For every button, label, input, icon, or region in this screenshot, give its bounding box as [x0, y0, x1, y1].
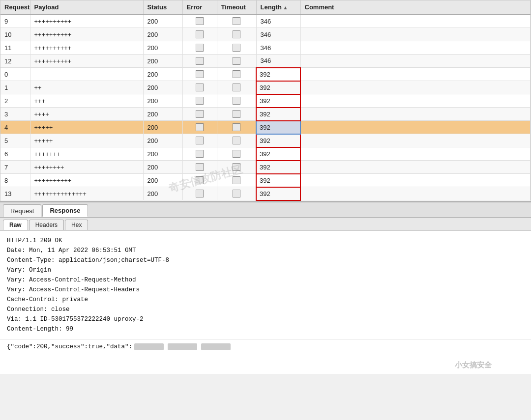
main-tab-row: Request Response — [0, 202, 531, 218]
cell-error — [182, 55, 217, 68]
col-header-comment[interactable]: Comment — [300, 0, 531, 14]
cell-request: 12 — [0, 55, 30, 68]
cell-timeout — [217, 121, 256, 134]
table-row[interactable]: 9++++++++++200346 — [0, 14, 531, 28]
sub-tab-raw[interactable]: Raw — [3, 220, 28, 230]
cell-error — [182, 68, 217, 81]
cell-status: 200 — [143, 81, 182, 94]
cell-length: 392 — [256, 94, 300, 108]
cell-status: 200 — [143, 41, 182, 55]
cell-request: 8 — [0, 174, 30, 187]
cell-comment — [300, 187, 531, 200]
table-row[interactable]: 8++++++++++200392 — [0, 174, 531, 187]
cell-status: 200 — [143, 94, 182, 108]
table-row[interactable]: 6+++++++200392 — [0, 147, 531, 161]
table-row[interactable]: 5+++++200392 — [0, 134, 531, 147]
cell-timeout — [217, 161, 256, 174]
cell-length: 392 — [256, 81, 300, 94]
table-row[interactable]: 10++++++++++200346 — [0, 28, 531, 41]
cell-length: 346 — [256, 55, 300, 68]
cell-payload — [30, 68, 143, 81]
cell-comment — [300, 161, 531, 174]
sub-tab-hex[interactable]: Hex — [65, 220, 88, 230]
table-row[interactable]: 13++++++++++++++200392 — [0, 187, 531, 200]
cell-request: 4 — [0, 121, 30, 134]
tab-response[interactable]: Response — [42, 204, 88, 217]
cell-error — [182, 174, 217, 187]
cell-payload: ++++ — [30, 108, 143, 121]
cell-request: 5 — [0, 134, 30, 147]
watermark2: 小女搞安全 — [455, 361, 492, 370]
cell-error — [182, 81, 217, 94]
cell-payload: ++++++++++++++ — [30, 187, 143, 200]
tab-request[interactable]: Request — [3, 204, 41, 217]
blurred-data-1 — [134, 343, 164, 350]
cell-timeout — [217, 147, 256, 161]
cell-error — [182, 108, 217, 121]
cell-timeout — [217, 41, 256, 55]
cell-request: 13 — [0, 187, 30, 200]
cell-error — [182, 28, 217, 41]
cell-status: 200 — [143, 108, 182, 121]
col-header-length[interactable]: Length — [256, 0, 300, 14]
cell-length: 392 — [256, 147, 300, 161]
cell-error — [182, 134, 217, 147]
cell-error — [182, 41, 217, 55]
cell-length: 346 — [256, 14, 300, 28]
cell-request: 11 — [0, 41, 30, 55]
cell-length: 392 — [256, 134, 300, 147]
cell-comment — [300, 147, 531, 161]
cell-status: 200 — [143, 28, 182, 41]
cell-status: 200 — [143, 121, 182, 134]
col-header-request[interactable]: Request — [0, 0, 30, 14]
cell-timeout — [217, 28, 256, 41]
cell-length: 346 — [256, 41, 300, 55]
cell-timeout — [217, 14, 256, 28]
cell-timeout — [217, 55, 256, 68]
table-row[interactable]: 3++++200392 — [0, 108, 531, 121]
cell-timeout — [217, 94, 256, 108]
col-header-status[interactable]: Status — [143, 0, 182, 14]
sub-tab-headers[interactable]: Headers — [29, 220, 64, 230]
cell-payload: ++++++++++ — [30, 174, 143, 187]
cell-error — [182, 14, 217, 28]
col-header-payload[interactable]: Payload — [30, 0, 143, 14]
col-header-error[interactable]: Error — [182, 0, 217, 14]
cell-timeout — [217, 134, 256, 147]
cell-request: 1 — [0, 81, 30, 94]
cell-length: 346 — [256, 28, 300, 41]
response-content: HTTP/1.1 200 OK Date: Mon, 11 Apr 2022 0… — [0, 230, 531, 339]
cell-length: 392 — [256, 161, 300, 174]
table-row[interactable]: 1++200392 — [0, 81, 531, 94]
table-row[interactable]: 11++++++++++200346 — [0, 41, 531, 55]
cell-payload: ++++++++++ — [30, 28, 143, 41]
cell-error — [182, 94, 217, 108]
table-row[interactable]: 12++++++++++200346 — [0, 55, 531, 68]
cell-error — [182, 187, 217, 200]
col-header-timeout[interactable]: Timeout — [217, 0, 256, 14]
cell-comment — [300, 28, 531, 41]
table-header-row: Request Payload Status Error Timeout Len… — [0, 0, 531, 14]
cell-payload: +++++ — [30, 121, 143, 134]
table-row[interactable]: 2+++200392 — [0, 94, 531, 108]
cell-payload: +++++++ — [30, 147, 143, 161]
cell-request: 0 — [0, 68, 30, 81]
cell-comment — [300, 14, 531, 28]
cell-comment — [300, 94, 531, 108]
table-row[interactable]: 7++++++++200392 — [0, 161, 531, 174]
cell-comment — [300, 68, 531, 81]
cell-comment — [300, 108, 531, 121]
cell-timeout — [217, 174, 256, 187]
cell-comment — [300, 174, 531, 187]
table-row[interactable]: 4+++++200392 — [0, 121, 531, 134]
cell-status: 200 — [143, 134, 182, 147]
cell-request: 2 — [0, 94, 30, 108]
cell-length: 392 — [256, 121, 300, 134]
cell-status: 200 — [143, 187, 182, 200]
cell-payload: ++++++++++ — [30, 41, 143, 55]
cell-payload: +++++ — [30, 134, 143, 147]
cell-request: 6 — [0, 147, 30, 161]
json-text: {"code":200,"success":true,"data": — [7, 343, 132, 350]
table-row[interactable]: 0200392 — [0, 68, 531, 81]
cell-payload: ++++++++++ — [30, 55, 143, 68]
